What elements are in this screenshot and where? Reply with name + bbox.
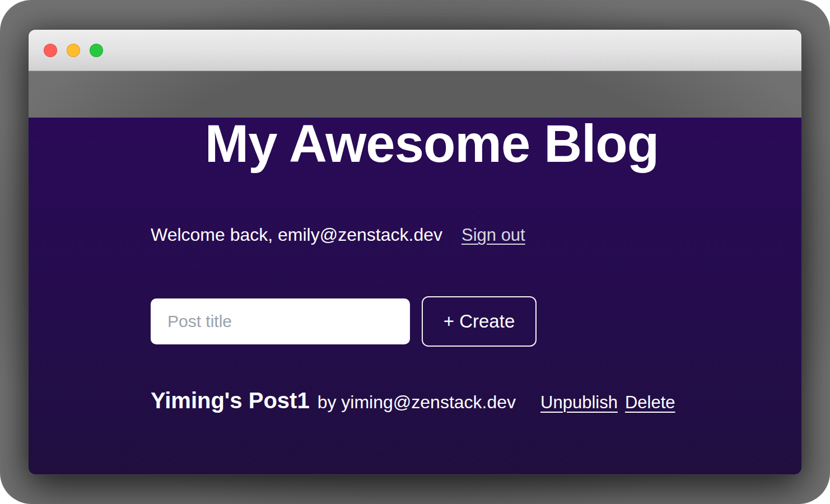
delete-post-link[interactable]: Delete	[625, 393, 675, 413]
page-content: My Awesome Blog Welcome back, emily@zens…	[29, 118, 801, 475]
page-title: My Awesome Blog	[151, 118, 713, 170]
app-window: My Awesome Blog Welcome back, emily@zens…	[28, 29, 802, 475]
unpublish-post-link[interactable]: Unpublish	[540, 393, 618, 413]
create-post-row: + Create	[151, 296, 713, 347]
zoom-window-button[interactable]	[90, 44, 103, 57]
post-title-text: Yiming's Post1	[151, 388, 310, 413]
create-post-button[interactable]: + Create	[422, 296, 537, 347]
sign-out-link[interactable]: Sign out	[461, 223, 525, 247]
welcome-message: Welcome back, emily@zenstack.dev	[151, 222, 442, 248]
minimize-window-button[interactable]	[67, 44, 80, 57]
post-list-item: Yiming's Post1 by yiming@zenstack.dev Un…	[151, 388, 713, 413]
window-titlebar	[29, 30, 801, 71]
post-title-input[interactable]	[151, 298, 410, 344]
post-author-text: by yiming@zenstack.dev	[318, 392, 516, 413]
content-container: My Awesome Blog Welcome back, emily@zens…	[151, 118, 713, 413]
session-row: Welcome back, emily@zenstack.dev Sign ou…	[151, 222, 713, 248]
desktop-backdrop: My Awesome Blog Welcome back, emily@zens…	[0, 0, 830, 504]
post-actions: Unpublish Delete	[540, 393, 675, 413]
close-window-button[interactable]	[44, 44, 57, 57]
